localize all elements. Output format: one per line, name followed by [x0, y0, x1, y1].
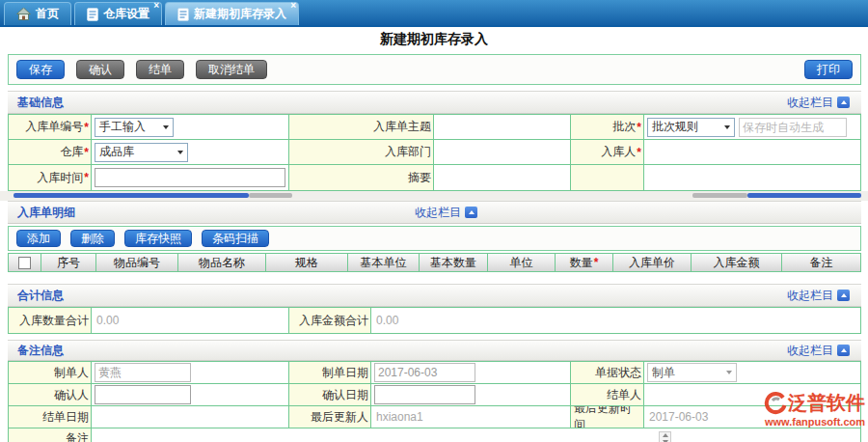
basic-info-header: 基础信息 收起栏目: [8, 91, 861, 114]
closer-label-cell: 结单人: [571, 384, 644, 406]
subject-field[interactable]: [434, 115, 571, 140]
dept-field[interactable]: [434, 140, 571, 165]
last-update-time-value-cell: 2017-06-03: [644, 406, 860, 428]
summary-label: 摘要: [408, 170, 431, 186]
collapse-detail[interactable]: 收起栏目: [415, 205, 477, 221]
column-header-amount: 入库金额: [692, 254, 782, 271]
column-header-base-unit: 基本单位: [348, 254, 420, 271]
confirmer-label-cell: 确认人: [9, 384, 92, 406]
batch-no-input[interactable]: [739, 118, 847, 137]
required-marker: *: [84, 146, 89, 159]
confirmer-input[interactable]: [95, 385, 191, 404]
order-no-label-cell: 入库单编号*: [9, 115, 92, 140]
confirm-date-label-cell: 确认日期: [289, 384, 371, 406]
textarea-scrollbar[interactable]: [659, 431, 671, 442]
basic-info-title: 基础信息: [17, 95, 64, 111]
barcode-scan-button[interactable]: 条码扫描: [202, 230, 269, 247]
qty-column-label: 数量: [570, 255, 593, 271]
last-update-time-value: 2017-06-03: [647, 410, 708, 424]
total-amount-value: 0.00: [374, 314, 398, 327]
remark-form: 制单人 制单日期 单据状态 制单: [8, 361, 861, 442]
detail-toolbar: 添加 删除 库存快照 条码扫描: [8, 226, 861, 251]
tab-new-initial-inventory[interactable]: 新建期初库存录入 ×: [165, 2, 299, 25]
warehouse-value-cell: 成品库: [92, 140, 289, 165]
select-all-cell: [9, 254, 41, 271]
dropdown-arrow-icon: [177, 151, 183, 154]
total-title: 合计信息: [17, 288, 64, 304]
last-updater-label: 最后更新人: [311, 409, 368, 426]
stock-snapshot-button[interactable]: 库存快照: [124, 230, 192, 247]
tab-warehouse-settings[interactable]: 仓库设置 ×: [74, 2, 162, 25]
warehouse-select[interactable]: 成品库: [95, 143, 188, 162]
batch-rule-select[interactable]: 批次规则: [647, 118, 735, 137]
collapse-total[interactable]: 收起栏目: [787, 288, 850, 304]
collapse-label: 收起栏目: [787, 288, 833, 304]
close-order-button[interactable]: 结单: [136, 60, 184, 79]
time-input[interactable]: [95, 168, 285, 187]
batch-label-cell: 批次*: [571, 115, 644, 140]
last-update-time-label: 最后更新时间: [574, 406, 641, 428]
add-row-button[interactable]: 添加: [16, 230, 61, 247]
last-updater-label-cell: 最后更新人: [289, 406, 371, 428]
confirm-date-input[interactable]: [374, 385, 475, 404]
required-marker: *: [84, 171, 89, 184]
dropdown-arrow-icon: [726, 371, 732, 374]
collapse-label: 收起栏目: [787, 343, 833, 359]
order-no-label: 入库单编号: [25, 119, 83, 135]
status-value: 制单: [652, 365, 675, 381]
total-amount-label: 入库金额合计: [299, 313, 368, 329]
dept-label: 入库部门: [385, 144, 431, 160]
confirm-date-value-cell: [371, 384, 571, 406]
status-select[interactable]: 制单: [647, 363, 737, 382]
remark-header: 备注信息 收起栏目: [8, 340, 861, 361]
close-date-label-cell: 结单日期: [9, 406, 92, 428]
close-icon[interactable]: ×: [290, 1, 296, 11]
warehouse-label: 仓库: [60, 144, 83, 160]
create-date-label-cell: 制单日期: [289, 362, 371, 384]
total-header: 合计信息 收起栏目: [8, 284, 861, 307]
home-icon: [16, 8, 31, 20]
time-label: 入库时间: [37, 170, 83, 186]
time-label-cell: 入库时间*: [9, 165, 92, 190]
collapse-remark[interactable]: 收起栏目: [787, 343, 850, 359]
required-marker: *: [594, 256, 599, 269]
order-no-mode-select[interactable]: 手工输入: [95, 118, 174, 137]
form-row: 入库时间* 摘要: [9, 165, 860, 190]
print-button[interactable]: 打印: [804, 60, 853, 79]
horizontal-scrollbar-track[interactable]: [249, 193, 292, 198]
create-date-input[interactable]: [374, 363, 475, 382]
collapse-basic-info[interactable]: 收起栏目: [787, 95, 850, 111]
delete-row-button[interactable]: 删除: [70, 230, 115, 247]
creator-label-cell: 制单人: [9, 362, 92, 384]
form-row: 确认人 确认日期 结单人: [9, 384, 860, 406]
tab-new-initial-inventory-label: 新建期初库存录入: [194, 6, 286, 22]
closer-field[interactable]: [644, 384, 860, 406]
horizontal-scrollbar-thumb[interactable]: [747, 193, 861, 198]
column-header-item-no: 物品编号: [96, 254, 178, 271]
form-row: 入库数量合计 0.00 入库金额合计 0.00: [9, 308, 860, 333]
save-button[interactable]: 保存: [16, 60, 65, 79]
receiver-field[interactable]: [644, 140, 860, 165]
form-row: 结单日期 最后更新人 hxiaona1 最后更新时间 2017-06-03: [9, 406, 860, 428]
form-row: 制单人 制单日期 单据状态 制单: [9, 362, 860, 384]
horizontal-scrollbar-thumb[interactable]: [14, 193, 249, 198]
status-value-cell: 制单: [644, 362, 860, 384]
horizontal-scrollbar-track[interactable]: [692, 193, 747, 198]
creator-input[interactable]: [95, 363, 191, 382]
select-all-checkbox[interactable]: [18, 257, 31, 269]
cancel-close-order-button[interactable]: 取消结单: [196, 60, 267, 79]
total-qty-label: 入库数量合计: [19, 313, 89, 329]
summary-field[interactable]: [434, 165, 571, 190]
tab-home[interactable]: 首页: [4, 2, 71, 25]
close-icon[interactable]: ×: [153, 1, 159, 11]
confirm-button[interactable]: 确认: [76, 60, 124, 79]
last-updater-value-cell: hxiaona1: [371, 406, 571, 428]
remark-textarea[interactable]: [92, 428, 860, 442]
total-qty-label-cell: 入库数量合计: [9, 308, 92, 333]
form-row: 入库单编号* 手工输入 入库单主题 批次* 批次规则: [9, 115, 860, 140]
basic-info-form: 入库单编号* 手工输入 入库单主题 批次* 批次规则: [8, 114, 861, 191]
detail-grid-header: 序号 物品编号 物品名称 规格 基本单位 基本数量 单位 数量* 入库单价 入库…: [8, 253, 861, 272]
collapse-up-icon: [465, 207, 477, 218]
status-label-cell: 单据状态: [571, 362, 644, 384]
collapse-up-icon: [837, 290, 850, 301]
